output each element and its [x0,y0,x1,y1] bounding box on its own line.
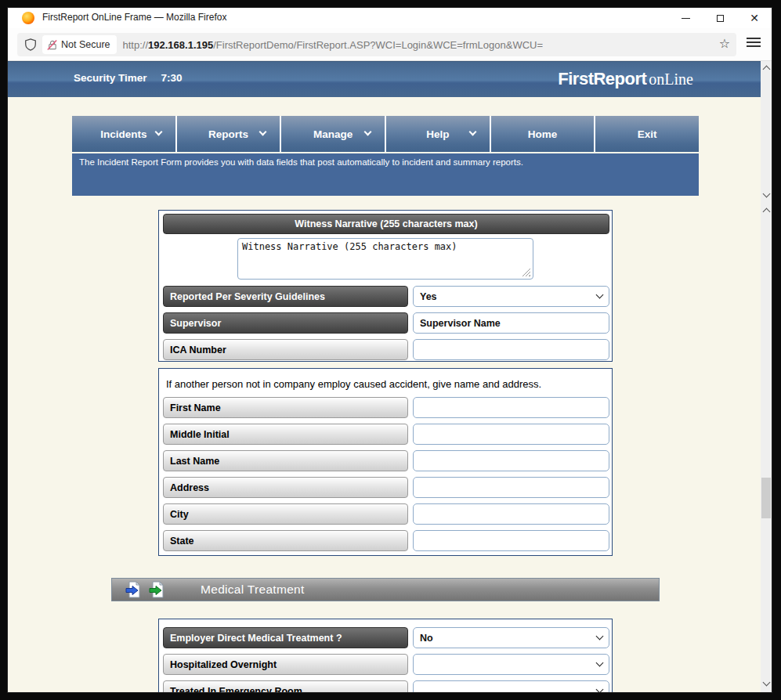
reported-per-severity-select[interactable]: Yes [413,286,609,307]
close-button[interactable]: ✕ [737,8,772,28]
page-viewport: Security Timer7:30 FirstReportonLine Inc… [8,61,772,692]
reported-per-severity-label: Reported Per Severity Guidelines [163,286,408,307]
middle-initial-label: Middle Initial [163,424,408,445]
main-frame-scrollbar[interactable] [761,202,772,692]
hospitalized-overnight-label: Hospitalized Overnight [163,654,408,675]
chevron-down-icon [596,686,604,692]
hospitalized-overnight-select[interactable] [413,654,609,675]
page-green-arrow-icon[interactable] [149,581,165,598]
app-logo: FirstReportonLine [558,69,693,89]
shield-permissions-icon[interactable] [24,38,38,52]
nav-item-incidents[interactable]: Incidents [72,116,175,152]
form-row: City [163,503,609,525]
chevron-down-icon [596,291,604,299]
medical-treatment-section-header: Medical Treatment [111,578,660,601]
address-label: Address [163,477,408,498]
not-secure-label: Not Secure [61,39,110,50]
close-icon: ✕ [750,13,759,23]
form-row: Last Name [163,450,609,471]
minimize-button[interactable] [668,8,703,28]
treated-in-er-select[interactable] [413,680,609,692]
url-bar[interactable]: Not Secure http://192.168.1.195/FirstRep… [17,33,736,56]
chevron-down-icon [468,128,476,136]
other-person-rows: First NameMiddle InitialLast NameAddress… [163,397,609,557]
security-timer: Security Timer7:30 [74,72,183,84]
scroll-up-icon[interactable] [762,208,770,216]
scroll-down-icon[interactable] [762,190,770,198]
nav-item-exit[interactable]: Exit [594,116,699,152]
main-nav: Incidents Reports Manage Help Home Exit [72,116,699,152]
medical-treatment-title: Medical Treatment [201,583,305,597]
address-input[interactable] [413,477,609,498]
security-timer-value: 7:30 [161,72,183,84]
chevron-down-icon [596,633,604,640]
employer-direct-medical-select[interactable]: No [413,627,609,648]
scroll-down-icon[interactable] [762,679,770,687]
form-row: First Name [163,397,609,418]
security-timer-label: Security Timer [74,72,147,84]
city-input[interactable] [413,503,609,525]
top-frame-scrollbar[interactable] [761,61,772,202]
witness-panel-header: Witness Narrative (255 characters max) [163,214,609,234]
logo-firstreport: FirstReport [558,69,646,88]
firefox-icon [22,12,34,24]
browser-toolbar: Not Secure http://192.168.1.195/FirstRep… [8,28,772,61]
menu-hamburger-icon[interactable] [747,38,761,49]
page-blue-arrow-icon[interactable] [125,581,141,598]
chevron-down-icon [364,128,372,136]
maximize-icon [717,15,724,22]
nav-label: Home [528,128,558,140]
not-secure-chip[interactable]: Not Secure [42,35,117,54]
form-row: Treated In Emergency Room [163,680,609,692]
nav-label: Incidents [100,128,146,140]
treated-in-er-label: Treated In Emergency Room [163,680,408,692]
url-scheme: http:// [123,39,149,51]
url-host: 192.168.1.195 [148,39,213,51]
url-path: /FirstReportDemo/FirstReport.ASP?WCI=Log… [213,39,543,51]
nav-label: Reports [208,128,248,140]
reported-per-severity-value: Yes [420,291,437,302]
nav-item-help[interactable]: Help [385,116,490,152]
chevron-down-icon [596,659,604,667]
maximize-button[interactable] [703,8,737,28]
scrollbar-thumb[interactable] [761,478,771,518]
nav-item-reports[interactable]: Reports [175,116,280,152]
nav-label: Exit [638,128,657,140]
url-text: http://192.168.1.195/FirstReportDemo/Fir… [123,39,544,51]
nav-label: Help [426,128,449,140]
other-person-panel: If another person not in company employ … [158,368,613,556]
form-row: Middle Initial [163,424,609,445]
other-person-instruction: If another person not in company employ … [166,378,541,390]
state-input[interactable] [413,530,609,551]
last-name-input[interactable] [413,450,609,471]
state-label: State [163,530,408,551]
employer-direct-medical-value: No [420,633,433,644]
browser-window: FirstReport OnLine Frame — Mozilla Firef… [8,8,772,692]
witness-narrative-textarea[interactable] [237,238,533,280]
employer-direct-medical-label: Employer Direct Medical Treatment ? [163,627,408,648]
medical-panel: Employer Direct Medical Treatment ?NoHos… [158,619,613,692]
minimize-icon [682,18,690,19]
supervisor-input[interactable] [413,312,609,334]
form-row: Supervisor [163,312,609,334]
form-row: Hospitalized Overnight [163,654,609,675]
form-row: Employer Direct Medical Treatment ?No [163,627,609,648]
bookmark-star-icon[interactable]: ☆ [719,36,730,51]
form-row: Reported Per Severity GuidelinesYes [163,286,609,307]
middle-initial-input[interactable] [413,424,609,445]
ica-number-label: ICA Number [163,339,408,360]
city-label: City [163,503,408,525]
form-row: State [163,530,609,551]
medical-rows: Employer Direct Medical Treatment ?NoHos… [163,627,609,692]
window-titlebar[interactable]: FirstReport OnLine Frame — Mozilla Firef… [8,8,772,28]
scroll-up-icon[interactable] [762,66,770,74]
first-name-input[interactable] [413,397,609,418]
nav-item-manage[interactable]: Manage [280,116,385,152]
desktop: FirstReport OnLine Frame — Mozilla Firef… [0,0,781,700]
ica-number-input[interactable] [413,339,609,360]
supervisor-label: Supervisor [163,312,408,334]
nav-item-home[interactable]: Home [490,116,595,152]
chevron-down-icon [259,128,267,136]
witness-panel: Witness Narrative (255 characters max) R… [158,210,613,362]
last-name-label: Last Name [163,450,408,471]
